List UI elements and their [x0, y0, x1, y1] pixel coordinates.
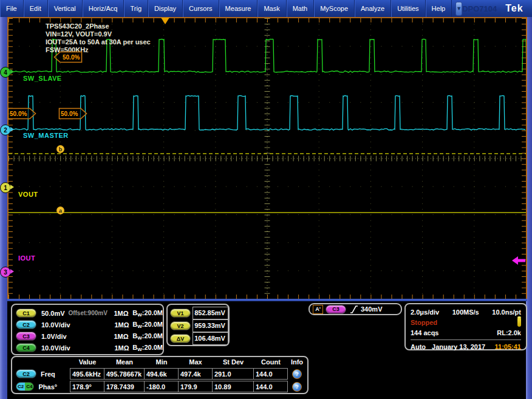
svg-text:50.0%: 50.0%	[10, 111, 27, 117]
ch4-arrow-icon	[10, 69, 14, 74]
oscilloscope-screen: File Edit Vertical Horiz/Acq Trig Displa…	[0, 0, 532, 399]
tek-logo: Tek	[505, 3, 523, 14]
time-label: 11:05:41	[495, 343, 521, 350]
menu-utilities[interactable]: Utilities	[391, 0, 425, 17]
menu-edit[interactable]: Edit	[24, 0, 48, 17]
duty-callout-ch2-mid: 50.0%	[58, 107, 87, 120]
ch1-arrow-icon	[10, 185, 14, 189]
menu-bar: File Edit Vertical Horiz/Acq Trig Displa…	[0, 0, 532, 18]
menu-mask[interactable]: Mask	[257, 0, 286, 17]
ch4-settings-row[interactable]: C4 10.0V/div 1MΩ BW:20.0M	[16, 342, 163, 353]
ch1-trace-label: VOUT	[18, 191, 38, 198]
ch2-trace-label: SW_MASTER	[23, 132, 69, 139]
c3-badge: C3	[16, 332, 36, 341]
ch2-settings-row[interactable]: C2 10.0V/div 1MΩ BW:20.0M	[16, 319, 163, 330]
chevron-down-icon: ▼	[456, 5, 462, 12]
svg-text:50.0%: 50.0%	[63, 54, 80, 61]
waveform-svg	[9, 18, 526, 299]
cursor-a-marker[interactable]: a	[56, 206, 64, 214]
horizontal-acq-box[interactable]: 2.0μs/div 100MS/s 10.0ns/pt Stopped 144 …	[404, 303, 527, 350]
acquisition-status: Stopped	[411, 319, 437, 326]
info-icon[interactable]: ?	[292, 382, 302, 392]
c2-badge: C2	[16, 320, 36, 329]
ch3-trace-label: IOUT	[18, 254, 35, 262]
ch2-position-marker[interactable]: 2	[0, 124, 11, 135]
measurement-row-freq: C2 Freq 495.6kHz 495.78667k 494.6k 497.4…	[12, 367, 307, 380]
ch3-settings-row[interactable]: C3 1.0V/div 1MΩ BW:20.0M	[16, 330, 163, 342]
v1-badge: V1	[170, 309, 191, 318]
menu-horiz-acq[interactable]: Horiz/Acq	[83, 0, 124, 17]
menu-myscope[interactable]: MyScope	[314, 0, 355, 17]
trigger-level-value: 340mV	[361, 305, 382, 313]
menu-cursors[interactable]: Cursors	[183, 0, 219, 17]
waveform-pencil-icon	[517, 318, 521, 327]
duty-callout-ch4: 50.0%	[53, 51, 83, 63]
ch3-arrow-icon	[10, 269, 14, 274]
panel-separator	[7, 299, 527, 301]
measurement-table: Value Mean Min Max St Dev Count Info C2 …	[11, 356, 309, 394]
menu-file[interactable]: File	[0, 0, 24, 17]
annotation-text: TPS543C20_2Phase VIN=12V, VOUT=0.9V IOUT…	[46, 22, 151, 54]
ch1-settings-row[interactable]: C1 50.0mV Offset:900mV 1MΩ BW:20.0M	[16, 307, 163, 319]
info-icon[interactable]: ?	[292, 369, 302, 379]
v2-value: 959.33mV	[193, 319, 228, 332]
trigger-a-badge: A'	[313, 305, 323, 314]
record-length: RL:2.0k	[497, 329, 521, 336]
dv-badge: ΔV	[170, 334, 191, 343]
menu-trig[interactable]: Trig	[124, 0, 148, 17]
timebase-scale: 2.0μs/div	[411, 309, 439, 316]
model-label: DPO7104	[462, 4, 497, 13]
menu-analyze[interactable]: Analyze	[355, 0, 391, 17]
measurement-row-phase: C2C4 Phas° 178.9° 178.7439 -180.0 179.9 …	[12, 380, 307, 393]
freq-source-badge: C2	[16, 369, 36, 378]
trigger-position-icon[interactable]	[161, 18, 169, 24]
menu-dropdown-button[interactable]: ▼	[455, 2, 462, 16]
menu-math[interactable]: Math	[287, 0, 314, 17]
rising-edge-icon	[350, 305, 358, 314]
sample-rate: 100MS/s	[452, 309, 479, 316]
waveform-display: TPS543C20_2Phase VIN=12V, VOUT=0.9V IOUT…	[7, 17, 527, 300]
ch4-trace-label: SW_SLAVE	[23, 75, 62, 82]
sample-resolution: 10.0ns/pt	[492, 309, 521, 316]
svg-text:50.0%: 50.0%	[61, 111, 78, 117]
v1-value: 852.85mV	[193, 307, 228, 319]
ch1-position-marker[interactable]: 1	[0, 182, 11, 193]
trigger-level-arrow-icon[interactable]	[512, 256, 525, 265]
date-label: January 13, 2017	[432, 343, 485, 350]
menu-measure[interactable]: Measure	[219, 0, 258, 17]
trigger-source-badge: C3	[326, 305, 346, 314]
channel-settings-box: C1 50.0mV Offset:900mV 1MΩ BW:20.0M C2 1…	[11, 304, 164, 355]
menu-vertical[interactable]: Vertical	[48, 0, 83, 17]
menu-help[interactable]: Help	[426, 0, 452, 17]
ch4-position-marker[interactable]: 4	[0, 67, 11, 78]
trigger-mode: Auto	[411, 343, 426, 350]
c1-badge: C1	[16, 309, 36, 318]
cursor-b-marker[interactable]: b	[56, 145, 64, 153]
c4-badge: C4	[16, 343, 36, 352]
acq-count: 144 acqs	[411, 329, 438, 336]
trigger-status-box[interactable]: A' C3 340mV	[309, 303, 402, 315]
cursor-dv-row: ΔV 106.48mV	[170, 332, 228, 345]
brand-zone: DPO7104 Tek — X	[462, 0, 532, 17]
measurement-header-row: Value Mean Min Max St Dev Count Info	[12, 358, 307, 367]
phase-source-badge: C2C4	[16, 382, 34, 391]
v2-badge: V2	[170, 321, 191, 330]
cursor-v1-row: V1 852.85mV	[170, 307, 228, 319]
ch3-position-marker[interactable]: 3	[0, 267, 11, 278]
menu-display[interactable]: Display	[148, 0, 183, 17]
ch2-arrow-icon	[10, 127, 14, 132]
cursor-v2-row: V2 959.33mV	[170, 319, 228, 332]
cursor-readout-box: V1 852.85mV V2 959.33mV ΔV 106.48mV	[166, 304, 230, 346]
dv-value: 106.48mV	[193, 332, 228, 345]
duty-callout-ch2-left: 50.0%	[7, 107, 36, 120]
